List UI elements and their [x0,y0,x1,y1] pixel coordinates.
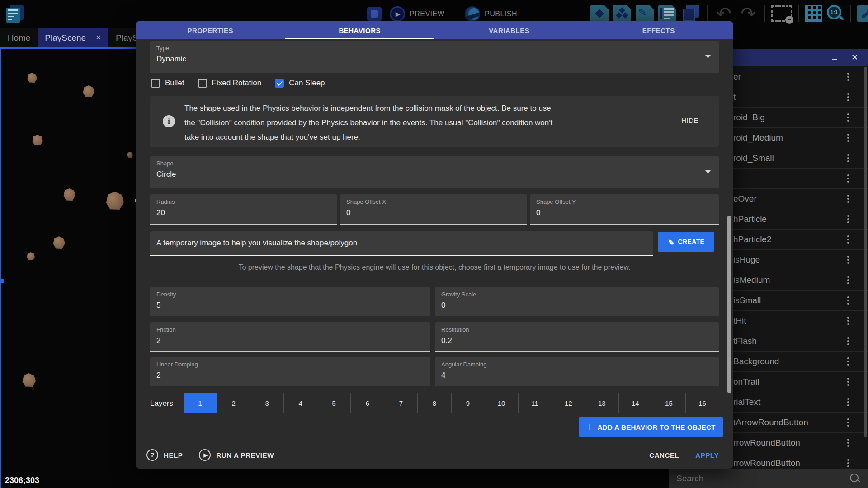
asteroid-object[interactable] [63,188,75,201]
layer-cell[interactable]: 12 [552,393,585,413]
asteroid-object[interactable] [53,236,65,249]
kebab-menu-icon[interactable] [845,457,851,469]
apply-button[interactable]: APPLY [695,451,719,459]
kebab-menu-icon[interactable] [845,315,851,327]
kebab-menu-icon[interactable] [845,376,851,388]
density-field[interactable]: Density 5 [150,287,430,316]
project-manager-icon[interactable] [6,5,24,23]
tab-properties[interactable]: PROPERTIES [136,21,285,39]
kebab-menu-icon[interactable] [845,417,851,428]
friction-field[interactable]: Friction 2 [150,322,430,352]
asteroid-object[interactable] [27,73,37,83]
kebab-menu-icon[interactable] [845,396,851,408]
radius-field[interactable]: Radius 20 [150,194,337,225]
angular-damping-field[interactable]: Angular Damping 4 [435,357,719,386]
type-select[interactable]: Type Dynamic [150,41,719,73]
close-icon[interactable]: × [96,33,101,42]
filter-icon[interactable] [830,56,839,60]
kebab-menu-icon[interactable] [845,152,851,164]
checkbox-icon[interactable] [275,79,284,88]
clear-selection-icon[interactable] [771,5,792,22]
kebab-menu-icon[interactable] [845,254,851,266]
layer-cell[interactable]: 2 [217,393,250,413]
layer-cell[interactable]: 8 [417,393,451,413]
asteroid-object[interactable] [83,85,94,97]
zoom-1-1-icon[interactable]: 1:1 [827,5,844,22]
kebab-menu-icon[interactable] [845,335,851,347]
layer-cell[interactable]: 10 [485,393,518,413]
tab-playscene[interactable]: PlayScene × [38,28,108,47]
tab-effects[interactable]: EFFECTS [584,21,734,39]
asteroid-object[interactable] [27,252,35,260]
tab-variables[interactable]: VARIABLES [434,21,584,39]
layer-cell[interactable]: 3 [250,393,283,413]
layer-cell[interactable]: 15 [652,393,685,413]
asteroid-object[interactable] [127,152,133,158]
toolbar-separator [798,5,799,22]
kebab-menu-icon[interactable] [845,274,851,286]
tab-home[interactable]: Home [0,28,38,47]
tab-behaviors[interactable]: BEHAVIORS [285,21,435,39]
run-preview-button[interactable]: ▶ RUN A PREVIEW [199,449,274,461]
linear-damping-field[interactable]: Linear Damping 2 [150,357,430,386]
asteroid-object-selected[interactable] [106,192,124,210]
hide-button[interactable]: HIDE [681,117,698,124]
kebab-menu-icon[interactable] [845,356,851,367]
kebab-menu-icon[interactable] [845,437,851,449]
physics-checkbox-item[interactable]: Fixed Rotation [198,79,262,88]
search-input[interactable] [669,473,849,484]
grid-icon[interactable] [805,5,822,22]
layer-cell[interactable]: 13 [585,393,618,413]
create-button[interactable]: ✎ CREATE [658,232,714,252]
publish-button[interactable]: PUBLISH [465,5,517,23]
shape-offset-x-field[interactable]: Shape Offset X 0 [340,194,527,225]
redo-icon[interactable]: ↷ [738,6,758,21]
layers-icon[interactable] [681,5,701,22]
preview-button[interactable]: ▶ PREVIEW [390,5,444,23]
checkbox-icon[interactable] [151,79,160,88]
help-button[interactable]: ? HELP [146,449,183,461]
physics-checkbox-item[interactable]: Bullet [151,79,184,88]
layer-cell[interactable]: 5 [317,393,350,413]
layer-cell[interactable]: 1 [184,393,217,413]
kebab-menu-icon[interactable] [845,132,851,144]
close-panel-icon[interactable]: ✕ [851,52,858,62]
objects-group-icon[interactable] [613,5,631,22]
kebab-menu-icon[interactable] [845,91,851,103]
checkbox-icon[interactable] [198,79,207,88]
scene-settings-icon[interactable] [857,5,868,22]
kebab-menu-icon[interactable] [845,213,851,225]
layer-cell[interactable]: 16 [685,393,719,413]
physics-checkbox-item[interactable]: Can Sleep [275,79,325,88]
layer-cell[interactable]: 7 [384,393,417,413]
cancel-button[interactable]: CANCEL [649,451,679,459]
layer-cell[interactable]: 9 [451,393,485,413]
layer-cell[interactable]: 11 [518,393,552,413]
kebab-menu-icon[interactable] [845,193,851,205]
layer-cell[interactable]: 6 [350,393,384,413]
kebab-menu-icon[interactable] [845,234,851,245]
object-icon[interactable] [590,5,609,22]
kebab-menu-icon[interactable] [845,71,851,83]
properties-list-icon[interactable] [658,5,676,22]
restitution-field[interactable]: Restitution 0.2 [435,322,719,352]
shape-select[interactable]: Shape Circle [150,156,719,188]
search-icon[interactable] [849,473,861,484]
kebab-menu-icon[interactable] [845,112,851,123]
asteroid-object[interactable] [32,135,43,145]
kebab-menu-icon[interactable] [845,295,851,306]
asteroid-object[interactable] [22,373,36,387]
gravity-scale-field[interactable]: Gravity Scale 0 [435,287,719,316]
kebab-menu-icon[interactable] [845,173,851,184]
layer-cell[interactable]: 14 [618,393,652,413]
debug-icon[interactable] [367,7,382,21]
edit-scene-icon[interactable]: ✎ [636,5,654,22]
field-label: Shape [156,160,174,167]
temporary-image-field[interactable]: A temporary image to help you visualize … [150,231,653,256]
dialog-scrollbar[interactable] [727,216,731,393]
panel-scrollbar[interactable] [864,67,867,437]
shape-offset-y-field[interactable]: Shape Offset Y 0 [530,194,719,225]
add-behavior-button[interactable]: + ADD A BEHAVIOR TO THE OBJECT [579,417,723,437]
layer-cell[interactable]: 4 [283,393,317,413]
undo-icon[interactable]: ↶ [714,6,734,21]
